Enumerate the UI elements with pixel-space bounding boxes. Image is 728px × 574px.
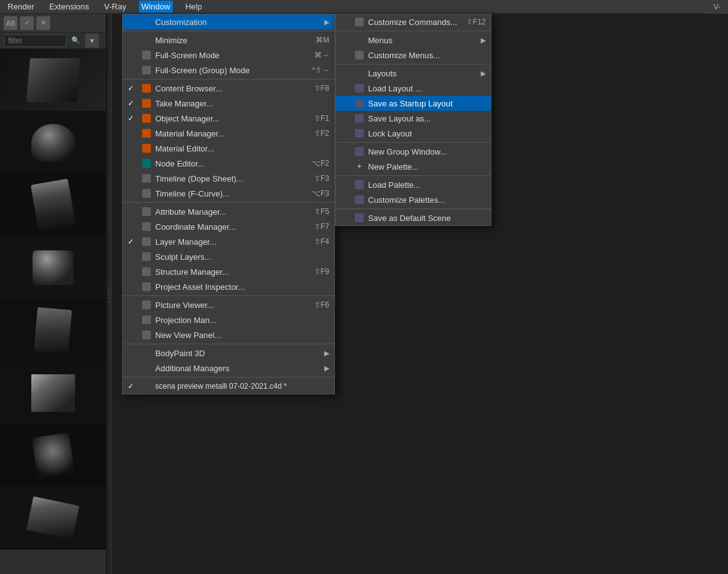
resize-dot — [108, 285, 110, 287]
toolbar-icon-check[interactable]: ✓ — [20, 16, 34, 30]
item-label: Save as Startup Layout — [368, 99, 486, 108]
item-label: Content Browser... — [155, 84, 310, 93]
item-label: Full-Screen Mode — [155, 51, 310, 60]
menu-item-layer-manager[interactable]: ✓ Layer Manager... ⇧F4 — [123, 234, 334, 249]
filter-input[interactable] — [4, 34, 66, 47]
menu-item-structure-manager[interactable]: Structure Manager... ⇧F9 — [123, 264, 334, 279]
menu-vray[interactable]: V-Ray — [101, 1, 128, 13]
customize-menus-icon — [354, 50, 364, 60]
menu-item-lock-layout[interactable]: Lock Layout — [336, 126, 491, 141]
menu-item-material-editor[interactable]: Material Editor... — [123, 141, 334, 156]
menu-item-take-manager[interactable]: ✓ Take Manager... — [123, 96, 334, 111]
menu-item-fullscreen[interactable]: Full-Screen Mode ⌘→ — [123, 48, 334, 63]
timeline-dope-icon — [141, 173, 151, 183]
menu-item-save-default-scene[interactable]: Save as Default Scene — [336, 210, 491, 225]
menu-item-menus[interactable]: Menus ▶ — [336, 33, 491, 48]
menu-separator — [336, 175, 491, 176]
item-label: Sculpt Layers... — [155, 252, 326, 262]
menu-item-node-editor[interactable]: Node Editor... ⌥F2 — [123, 156, 334, 171]
item-label: Menus — [368, 36, 477, 45]
search-icon[interactable]: 🔍 — [69, 34, 83, 48]
picture-viewer-icon — [141, 300, 151, 310]
menu-item-new-group-window[interactable]: New Group Window... — [336, 144, 491, 159]
menu-item-timeline-dope[interactable]: Timeline (Dope Sheet)... ⇧F3 — [123, 171, 334, 186]
menu-item-load-layout[interactable]: Load Layout ... — [336, 81, 491, 96]
menu-window[interactable]: Window — [139, 1, 173, 13]
menu-item-object-manager[interactable]: ✓ Object Manager... ⇧F1 — [123, 111, 334, 126]
item-label: Coordinate Manager... — [155, 222, 310, 232]
menu-help[interactable]: Help — [183, 1, 205, 13]
menu-item-attribute-manager[interactable]: Attribute Manager... ⇧F5 — [123, 204, 334, 219]
arrow-icon: ▶ — [324, 18, 329, 26]
menu-item-customize-menus[interactable]: Customize Menus... — [336, 48, 491, 63]
menu-item-projection-man[interactable]: Projection Man... — [123, 312, 334, 327]
menu-item-coordinate-manager[interactable]: Coordinate Manager... ⇧F7 — [123, 219, 334, 234]
toolbar-icon-x[interactable]: ✕ — [36, 16, 50, 30]
menu-item-additional-managers[interactable]: Additional Managers ▶ — [123, 361, 334, 376]
item-label: Attribute Manager... — [155, 207, 310, 217]
menu-item-content-browser[interactable]: ✓ Content Browser... ⇧F8 — [123, 81, 334, 96]
list-item[interactable] — [0, 49, 106, 111]
item-label: Take Manager... — [155, 99, 326, 108]
menus-icon — [354, 35, 364, 45]
arrow-icon: ▶ — [481, 69, 486, 78]
attribute-manager-icon — [141, 207, 151, 217]
menu-item-minimize[interactable]: Minimize ⌘M — [123, 33, 334, 48]
menu-item-fullscreen-group[interactable]: Full-Screen (Group) Mode ^⇧→ — [123, 63, 334, 78]
toolbar-icon-ab[interactable]: AB — [4, 16, 18, 30]
item-label: Object Manager... — [155, 114, 310, 123]
menu-item-material-manager[interactable]: Material Manager... ⇧F2 — [123, 126, 334, 141]
timeline-fcurve-icon — [141, 188, 151, 198]
save-startup-layout-icon — [354, 98, 364, 108]
content-browser-icon — [141, 83, 151, 93]
menu-item-picture-viewer[interactable]: Picture Viewer... ⇧F6 — [123, 297, 334, 312]
item-shortcut: ⇧F6 — [314, 300, 329, 309]
item-label: Minimize — [155, 36, 312, 45]
bodypaint-icon — [141, 348, 151, 358]
item-label: Project Asset Inspector... — [155, 282, 326, 292]
list-item[interactable] — [0, 111, 106, 174]
menu-item-load-palette[interactable]: Load Palette... — [336, 177, 491, 192]
menu-item-save-layout-as[interactable]: Save Layout as... — [336, 111, 491, 126]
item-label: Material Manager... — [155, 129, 310, 138]
menu-item-save-startup-layout[interactable]: Save as Startup Layout — [336, 96, 491, 111]
menu-item-scene-file[interactable]: ✓ scena preview metalli 07-02-2021.c4d * — [123, 379, 334, 394]
menu-item-bodypaint[interactable]: BodyPaint 3D ▶ — [123, 346, 334, 361]
menu-item-new-view-panel[interactable]: New View Panel... — [123, 327, 334, 342]
menu-item-customize-commands[interactable]: Customize Commands... ⇧F12 — [336, 14, 491, 29]
menu-item-new-palette[interactable]: + New Palette... — [336, 159, 491, 174]
list-item[interactable] — [0, 362, 106, 424]
check-icon: ✓ — [128, 237, 138, 246]
item-shortcut: ⇧F4 — [314, 237, 329, 246]
list-item[interactable] — [0, 487, 106, 550]
filter-dropdown-icon[interactable]: ▼ — [85, 34, 99, 48]
item-shortcut: ⌘M — [315, 36, 329, 44]
menu-item-layouts[interactable]: Layouts ▶ — [336, 66, 491, 81]
save-default-scene-icon — [354, 213, 364, 223]
item-label: Customize Menus... — [368, 51, 486, 60]
menu-item-timeline-fcurve[interactable]: Timeline (F-Curve)... ⌥F3 — [123, 186, 334, 201]
item-shortcut: ⇧F2 — [314, 129, 329, 138]
menu-item-customization[interactable]: Customization ▶ — [123, 14, 334, 29]
menu-separator — [336, 208, 491, 209]
menu-item-sculpt-layers[interactable]: Sculpt Layers... — [123, 249, 334, 264]
menu-item-project-asset[interactable]: Project Asset Inspector... — [123, 279, 334, 294]
window-menu: Customization ▶ Minimize ⌘M Full-Screen … — [122, 14, 335, 394]
resize-handle[interactable] — [106, 14, 111, 574]
menu-separator — [123, 377, 334, 377]
menu-item-customize-palettes[interactable]: Customize Palettes... — [336, 192, 491, 207]
arrow-icon: ▶ — [324, 349, 329, 357]
item-label: Material Editor... — [155, 144, 326, 153]
item-shortcut: ⇧F9 — [314, 267, 329, 276]
item-shortcut: ⌥F3 — [312, 189, 329, 198]
menu-extensions[interactable]: Extensions — [47, 1, 92, 13]
list-item[interactable] — [0, 237, 106, 299]
project-asset-icon — [141, 282, 151, 292]
check-icon: ✓ — [128, 99, 138, 108]
list-item[interactable] — [0, 424, 106, 487]
menu-separator — [336, 64, 491, 64]
menu-render[interactable]: Render — [5, 1, 37, 13]
list-item[interactable] — [0, 299, 106, 362]
item-shortcut: ⌘→ — [314, 51, 329, 59]
list-item[interactable] — [0, 174, 106, 237]
